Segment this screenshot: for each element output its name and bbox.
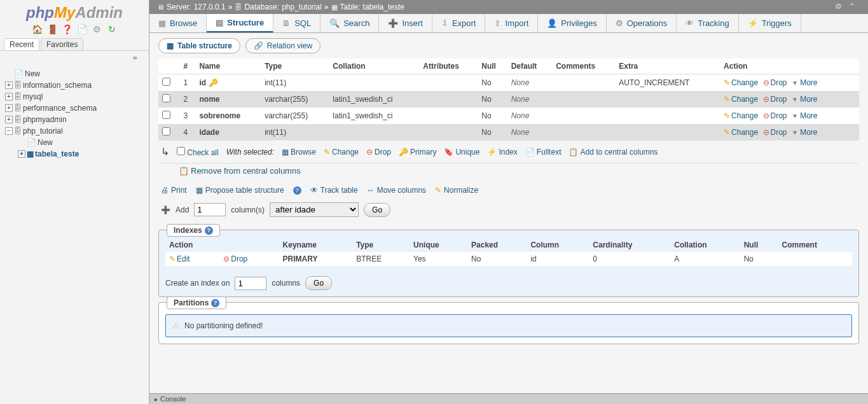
drop-link[interactable]: ⊖ Drop [763, 78, 787, 87]
tab-export[interactable]: ⇩Export [432, 14, 486, 32]
tree-new-table[interactable]: 📄New [18, 137, 144, 148]
reload-icon[interactable]: ↻ [107, 24, 117, 34]
drop-icon: ⊖ [763, 78, 769, 87]
more-link[interactable]: More [800, 128, 817, 137]
change-link[interactable]: ✎ Change [724, 78, 758, 87]
drop-link[interactable]: ⊖ Drop [763, 95, 787, 104]
tree-db-phpmyadmin[interactable]: +🗄phpmyadmin [5, 114, 144, 125]
bulk-index[interactable]: ⚡Index [487, 148, 517, 157]
tree-new[interactable]: 📄New [5, 68, 144, 80]
tree-db-performance_schema[interactable]: +🗄performance_schema [5, 102, 144, 114]
help-icon[interactable]: ? [211, 299, 219, 307]
favorites-tab[interactable]: Favorites [41, 38, 83, 50]
expand-icon[interactable]: + [5, 81, 13, 89]
operations-icon: ⚙ [616, 18, 623, 28]
server-icon: 🖥 [157, 3, 164, 11]
tab-sql[interactable]: 🗎SQL [273, 14, 320, 32]
chevron-down-icon[interactable]: ▾ [793, 128, 797, 137]
tab-structure[interactable]: ▤Structure [207, 14, 273, 32]
sql-icon[interactable]: 📄 [77, 24, 87, 34]
more-link[interactable]: More [800, 95, 817, 104]
op-print[interactable]: 🖨Print [161, 186, 187, 195]
tab-browse[interactable]: ▦Browse [149, 14, 207, 32]
drop-link[interactable]: ⊖ Drop [763, 111, 787, 120]
table-icon: ▦ [331, 3, 338, 11]
bulk-unique[interactable]: 🔖Unique [444, 148, 479, 157]
chevron-down-icon[interactable]: ▾ [793, 111, 797, 120]
table-icon: ▦ [27, 150, 34, 158]
tree-db-php_tutorial[interactable]: −🗄php_tutorial [5, 125, 144, 137]
expand-icon[interactable]: + [5, 116, 13, 123]
pma-logo[interactable]: phpMyAdmin [0, 0, 149, 23]
bulk-change[interactable]: ✎Change [324, 148, 359, 157]
expand-icon[interactable]: + [5, 104, 13, 112]
row-checkbox[interactable] [162, 78, 170, 86]
help-icon[interactable]: ? [293, 186, 301, 195]
index-edit[interactable]: ✎ Edit [169, 254, 190, 263]
with-selected-label: With selected: [226, 148, 274, 157]
drop-icon: ⊖ [763, 111, 769, 120]
bulk-add-central[interactable]: 📋Add to central columns [568, 148, 658, 157]
tab-tracking[interactable]: 👁Tracking [677, 14, 738, 32]
subtab-relation-view[interactable]: 🔗 Relation view [245, 38, 320, 53]
tree-table-selected[interactable]: +▦tabela_teste [18, 148, 144, 160]
tree-db-mysql[interactable]: +🗄mysql [5, 91, 144, 102]
console-bar[interactable]: ▸ Console [149, 393, 868, 404]
tab-import[interactable]: ⇧Import [485, 14, 538, 32]
tab-triggers[interactable]: ⚡Triggers [739, 14, 801, 32]
row-checkbox[interactable] [162, 111, 170, 119]
more-link[interactable]: More [800, 111, 817, 120]
structure-icon: ▤ [216, 18, 223, 27]
more-link[interactable]: More [800, 78, 817, 87]
change-link[interactable]: ✎ Change [724, 95, 758, 104]
expand-icon[interactable]: + [5, 93, 13, 101]
tree-db-information_schema[interactable]: +🗄information_schema [5, 80, 144, 91]
home-icon[interactable]: 🏠 [32, 24, 42, 34]
drop-link[interactable]: ⊖ Drop [763, 128, 787, 137]
settings-icon[interactable]: ⚙ [92, 24, 102, 34]
chevron-down-icon[interactable]: ▾ [793, 95, 797, 104]
add-go-button[interactable]: Go [364, 203, 390, 217]
link-icon[interactable]: ⚭ [132, 53, 139, 63]
bulk-primary[interactable]: 🔑Primary [399, 148, 436, 157]
bulk-browse[interactable]: ▦Browse [282, 148, 316, 157]
op-move[interactable]: ↔Move columns [367, 186, 426, 195]
index-row: ✎ Edit ⊖ Drop PRIMARY BTREE Yes No id 0 … [165, 252, 852, 266]
row-checkbox[interactable] [162, 94, 170, 102]
check-all[interactable]: Check all [177, 147, 219, 157]
breadcrumb-table[interactable]: tabela_teste [363, 3, 404, 11]
bulk-fulltext[interactable]: 📄Fulltext [525, 148, 561, 157]
expand-icon[interactable]: − [5, 127, 13, 135]
triggers-icon: ⚡ [748, 18, 758, 28]
op-normalize[interactable]: ✎Normalize [435, 186, 478, 195]
tab-privileges[interactable]: 👤Privileges [538, 14, 606, 32]
index-drop[interactable]: ⊖ Drop [223, 254, 247, 263]
help-icon[interactable]: ? [205, 226, 213, 235]
table-label: Table: [340, 3, 361, 11]
expand-icon[interactable]: + [18, 150, 25, 158]
collapse-icon[interactable]: ⌃ [849, 2, 855, 11]
op-track[interactable]: 👁Track table [310, 186, 358, 195]
gear-icon[interactable]: ⚙ [835, 2, 842, 11]
change-link[interactable]: ✎ Change [724, 128, 758, 137]
recent-tab[interactable]: Recent [4, 38, 39, 50]
logout-icon[interactable]: 🚪 [47, 24, 57, 34]
breadcrumb-server[interactable]: 127.0.0.1 [194, 3, 226, 11]
create-index-count[interactable] [235, 277, 266, 290]
chevron-down-icon[interactable]: ▾ [793, 78, 797, 87]
row-checkbox[interactable] [162, 127, 170, 136]
server-label: Server: [167, 3, 191, 11]
bulk-remove-central[interactable]: 📋Remove from central columns [179, 166, 301, 176]
tab-operations[interactable]: ⚙Operations [607, 14, 677, 32]
docs-icon[interactable]: ❓ [62, 24, 72, 34]
tab-search[interactable]: 🔍Search [320, 14, 379, 32]
add-position-select[interactable]: after idade [270, 202, 359, 217]
create-index-go[interactable]: Go [305, 276, 332, 290]
tab-insert[interactable]: ➕Insert [379, 14, 432, 32]
breadcrumb-db[interactable]: php_tutorial [282, 3, 322, 11]
subtab-table-structure[interactable]: ▦ Table structure [158, 38, 240, 53]
change-link[interactable]: ✎ Change [724, 111, 758, 120]
add-count-input[interactable] [194, 203, 226, 216]
op-propose[interactable]: ▦Propose table structure [196, 186, 284, 195]
bulk-drop[interactable]: ⊖Drop [366, 148, 391, 157]
